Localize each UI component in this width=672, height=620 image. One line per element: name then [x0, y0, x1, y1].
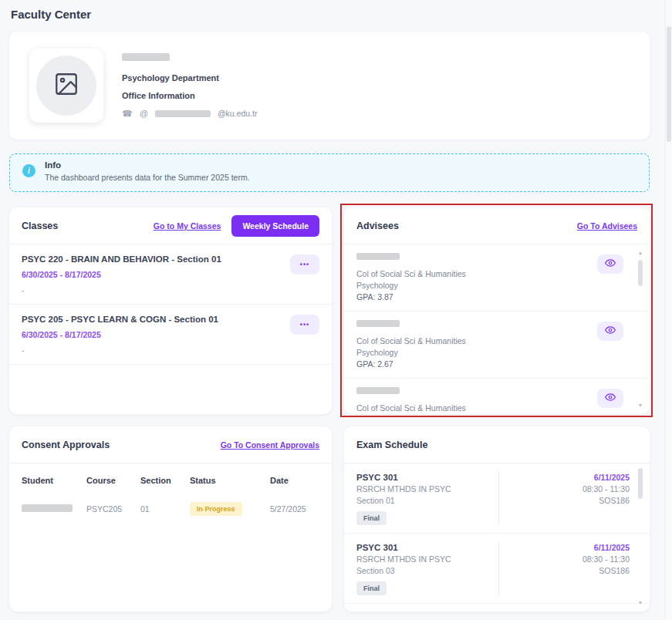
info-banner: i Info The dashboard presents data for t… [9, 153, 650, 192]
go-to-consent-approvals-link[interactable]: Go To Consent Approvals [221, 440, 319, 450]
scrollbar-track[interactable] [637, 257, 643, 402]
class-actions-button[interactable]: ••• [290, 254, 319, 275]
profile-card: Psychology Department Office Information… [9, 32, 650, 140]
advisees-scrollbar[interactable]: ▲ ▼ [636, 249, 645, 409]
advisee-row: Col of Social Sci & Humanities DM Psycho… [344, 379, 650, 414]
info-banner-text: Info The dashboard presents data for the… [45, 160, 250, 182]
go-to-my-classes-link[interactable]: Go to My Classes [154, 221, 221, 231]
top-row: Classes Go to My Classes Weekly Schedule… [9, 207, 650, 414]
contact-row: ☎ @ @ku.edu.tr [122, 109, 257, 119]
student-name-redacted [22, 504, 73, 512]
advisees-wrap: Advisees Go To Advisees Col of Social Sc… [344, 207, 650, 414]
scrollbar-track[interactable] [637, 465, 643, 599]
exam-name: RSRCH MTHDS IN PSYC [356, 554, 498, 565]
exam-item: PSYC 301 RSRCH MTHDS IN PSYC Section 01 … [344, 463, 650, 534]
exam-time: 08:30 - 11:30 [583, 554, 630, 565]
exam-scrollbar[interactable]: ▼ [636, 465, 645, 607]
exam-header: Exam Schedule [344, 426, 650, 463]
profile-department: Psychology Department [122, 73, 257, 83]
advisee-name-redacted [356, 320, 400, 327]
final-badge: Final [356, 511, 387, 525]
status-badge: In Progress [190, 502, 242, 516]
info-banner-message: The dashboard presents data for the Summ… [45, 173, 250, 182]
consent-table: Student Course Section Status Date PSYC2… [9, 463, 332, 525]
eye-icon [605, 392, 616, 405]
avatar [29, 49, 103, 123]
exam-item-right: 6/11/2025 08:30 - 11:30 SOS186 [498, 472, 630, 525]
image-placeholder-icon [53, 71, 79, 100]
profile-info: Psychology Department Office Information… [122, 53, 257, 119]
view-advisee-button[interactable] [597, 254, 623, 274]
advisees-card: Advisees Go To Advisees Col of Social Sc… [344, 207, 650, 414]
bottom-row: Consent Approvals Go To Consent Approval… [9, 426, 650, 612]
scroll-down-icon[interactable]: ▼ [638, 402, 643, 409]
advisee-gpa: GPA: 3.87 [356, 291, 606, 303]
class-item-title: PSYC 220 - BRAIN AND BEHAVIOR - Section … [22, 254, 319, 264]
advisee-college: Col of Social Sci & Humanities [356, 403, 606, 414]
exam-time: 08:30 - 11:30 [583, 484, 630, 495]
col-course: Course [86, 476, 140, 485]
table-row: PSYC205 01 In Progress 5/27/2025 [22, 493, 319, 525]
exam-section: Section 01 [356, 495, 498, 507]
consent-title: Consent Approvals [22, 440, 221, 450]
exam-date: 6/11/2025 [594, 542, 630, 554]
faculty-center-page: Faculty Center Psychology Department Off… [9, 0, 650, 612]
classes-title: Classes [22, 221, 154, 231]
advisee-program: Psychology [356, 280, 606, 291]
exam-name: RSRCH MTHDS IN PSYC [356, 484, 498, 495]
exam-title: Exam Schedule [356, 440, 637, 450]
col-date: Date [270, 476, 319, 485]
col-section: Section [140, 476, 190, 485]
advisee-row: Col of Social Sci & Humanities Psycholog… [344, 312, 650, 379]
advisee-row: Col of Social Sci & Humanities Psycholog… [344, 244, 650, 312]
class-item-title: PSYC 205 - PSYC LEARN & COGN - Section 0… [22, 315, 319, 324]
eye-icon [605, 325, 616, 338]
final-badge: Final [356, 581, 387, 595]
advisee-name-redacted [356, 253, 400, 260]
page-title: Faculty Center [11, 8, 650, 21]
class-actions-button[interactable]: ••• [290, 315, 319, 335]
advisee-program: Psychology [356, 347, 606, 359]
profile-name-redacted [122, 53, 170, 61]
page-scrollbar-thumb[interactable] [667, 26, 671, 142]
email-redacted [155, 110, 211, 117]
phone-icon: ☎ [122, 109, 133, 119]
advisees-header: Advisees Go To Advisees [344, 207, 650, 244]
classes-card: Classes Go to My Classes Weekly Schedule… [9, 207, 332, 414]
profile-office: Office Information [122, 91, 257, 100]
advisees-title: Advisees [356, 221, 577, 231]
col-status: Status [190, 476, 270, 485]
ellipsis-icon: ••• [300, 261, 309, 268]
class-item-sub: - [22, 285, 319, 295]
weekly-schedule-button[interactable]: Weekly Schedule [231, 215, 319, 237]
page-scrollbar[interactable] [665, 0, 672, 620]
exam-course: PSYC 301 [356, 472, 498, 484]
advisee-college: Col of Social Sci & Humanities [356, 268, 606, 280]
scroll-down-icon[interactable]: ▼ [638, 599, 643, 607]
info-banner-title: Info [45, 160, 250, 170]
advisee-name-redacted [356, 387, 400, 394]
class-item-sub: - [22, 345, 319, 355]
consent-date: 5/27/2025 [270, 504, 319, 514]
scrollbar-thumb[interactable] [638, 260, 643, 286]
exam-item-left: PSYC 301 RSRCH MTHDS IN PSYC Section 03 … [356, 542, 498, 595]
view-advisee-button[interactable] [597, 322, 623, 341]
go-to-advisees-link[interactable]: Go To Advisees [577, 221, 637, 231]
info-icon: i [22, 164, 35, 177]
scroll-up-icon[interactable]: ▲ [638, 249, 643, 257]
eye-icon [605, 258, 616, 271]
scrollbar-thumb[interactable] [638, 468, 643, 499]
exam-course: PSYC 301 [356, 542, 498, 554]
exam-room: SOS186 [599, 495, 630, 507]
class-item: PSYC 220 - BRAIN AND BEHAVIOR - Section … [9, 244, 332, 305]
email-domain: @ku.edu.tr [218, 109, 258, 118]
at-icon: @ [140, 109, 148, 118]
view-advisee-button[interactable] [597, 389, 623, 408]
classes-header: Classes Go to My Classes Weekly Schedule [9, 207, 332, 244]
consent-header: Consent Approvals Go To Consent Approval… [9, 426, 332, 463]
consent-approvals-card: Consent Approvals Go To Consent Approval… [9, 426, 332, 612]
consent-section: 01 [140, 504, 190, 514]
exam-item: PSYC 301 RSRCH MTHDS IN PSYC Section 03 … [344, 534, 650, 604]
consent-student [22, 504, 86, 514]
consent-status: In Progress [190, 502, 270, 516]
